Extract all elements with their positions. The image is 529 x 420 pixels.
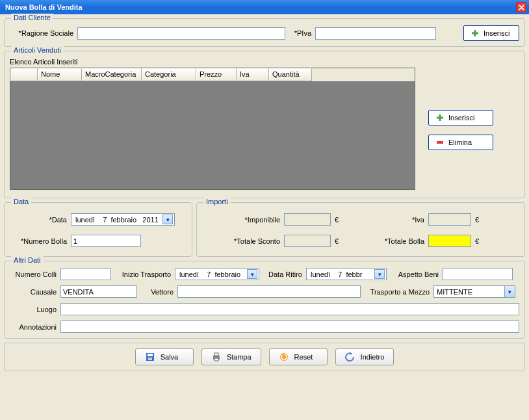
col-prezzo[interactable]: Prezzo — [196, 68, 237, 81]
inserisci-articolo-label: Inserisci — [448, 114, 474, 122]
chevron-down-icon[interactable]: ▾ — [162, 215, 173, 224]
totale-bolla-label: *Totale Bolla — [348, 237, 424, 245]
data-legend: Data — [11, 198, 31, 205]
data-datepicker[interactable]: lunedì 7 febbraio 2011 ▾ — [71, 213, 175, 226]
vettore-input[interactable] — [177, 285, 361, 298]
svg-rect-6 — [214, 358, 218, 361]
chevron-down-icon[interactable]: ▾ — [504, 286, 515, 297]
annotazioni-input[interactable] — [60, 321, 519, 333]
reset-icon — [279, 352, 289, 362]
numero-colli-input[interactable] — [60, 268, 111, 280]
inserisci-articolo-button[interactable]: Inserisci — [428, 110, 493, 125]
imponibile-input — [284, 213, 331, 226]
col-quantita[interactable]: Quantità — [269, 68, 312, 81]
altri-dati-group: Altri Dati Numero Colli Inizio Trasporto… — [4, 261, 525, 339]
bottom-actions: Salva Stampa Reset Indietro — [4, 343, 525, 371]
trasporto-mezzo-value: MITTENTE — [437, 288, 472, 296]
indietro-label: Indietro — [361, 353, 385, 361]
plus-icon — [435, 113, 445, 122]
col-blank[interactable] — [10, 68, 38, 81]
aspetto-beni-input[interactable] — [443, 268, 513, 280]
svg-rect-2 — [148, 354, 153, 356]
close-icon — [519, 5, 524, 10]
totale-sconto-input — [284, 235, 331, 247]
articoli-legend: Articoli Venduti — [11, 46, 64, 54]
chevron-down-icon[interactable]: ▾ — [247, 269, 257, 279]
currency-label: € — [475, 216, 479, 224]
dati-cliente-legend: Dati Cliente — [11, 14, 53, 21]
currency-label: € — [335, 237, 344, 245]
numero-bolla-label: *Numero Bolla — [10, 237, 67, 245]
trasporto-mezzo-combo[interactable]: MITTENTE ▾ — [433, 285, 515, 298]
importi-legend: Importi — [203, 198, 231, 205]
annotazioni-label: Annotazioni — [10, 323, 57, 331]
currency-label: € — [335, 216, 344, 224]
close-button[interactable] — [516, 2, 526, 12]
data-label: *Data — [10, 216, 67, 224]
luogo-input[interactable] — [60, 303, 519, 315]
inizio-trasporto-datepicker[interactable]: lunedì 7 febbraio ▾ — [175, 268, 259, 280]
trasporto-mezzo-label: Trasporto a Mezzo — [365, 288, 430, 296]
elimina-articolo-label: Elimina — [448, 138, 472, 146]
numero-colli-label: Numero Colli — [10, 270, 57, 278]
reset-button[interactable]: Reset — [269, 348, 328, 365]
data-ritiro-datepicker[interactable]: lunedì 7 febbr ▾ — [306, 268, 387, 280]
chevron-down-icon[interactable]: ▾ — [374, 269, 385, 279]
datagrid-header: Nome MacroCategoria Categoria Prezzo Iva… — [10, 68, 415, 81]
vettore-label: Vettore — [141, 288, 174, 296]
aspetto-beni-label: Aspetto Beni — [391, 270, 439, 278]
inserisci-cliente-button[interactable]: Inserisci — [463, 25, 519, 41]
minus-icon — [435, 138, 445, 147]
col-macrocategoria[interactable]: MacroCategoria — [82, 68, 142, 81]
dati-cliente-group: Dati Cliente *Ragione Sociale *PIva Inse… — [4, 18, 525, 47]
salva-button[interactable]: Salva — [135, 348, 194, 365]
totale-sconto-label: *Totale Sconto — [202, 237, 280, 245]
ragione-sociale-input[interactable] — [77, 27, 285, 40]
svg-rect-5 — [214, 353, 218, 356]
causale-input[interactable] — [60, 285, 137, 298]
titlebar: Nuova Bolla di Vendita — [0, 0, 529, 14]
inserisci-cliente-label: Inserisci — [484, 29, 510, 37]
print-icon — [211, 352, 222, 362]
elenco-label: Elenco Articoli Inseriti — [10, 58, 415, 66]
back-icon — [345, 352, 355, 362]
col-iva[interactable]: Iva — [237, 68, 269, 81]
stampa-label: Stampa — [227, 353, 252, 361]
articoli-group: Articoli Venduti Elenco Articoli Inserit… — [4, 51, 525, 198]
altri-dati-legend: Altri Dati — [11, 256, 44, 264]
ragione-sociale-label: *Ragione Sociale — [10, 29, 73, 37]
svg-rect-3 — [148, 358, 152, 360]
window-title: Nuova Bolla di Vendita — [5, 3, 83, 11]
data-ritiro-label: Data Ritiro — [263, 270, 302, 278]
causale-label: Causale — [10, 288, 57, 296]
imponibile-label: *Imponibile — [202, 216, 280, 224]
piva-input[interactable] — [315, 27, 436, 40]
totale-bolla-input — [428, 235, 471, 247]
save-icon — [145, 352, 155, 362]
inizio-trasporto-value: lunedì 7 febbraio — [179, 270, 240, 278]
importi-group: Importi *Imponibile € *Iva € *Totale Sco… — [196, 202, 525, 257]
data-value: lunedì 7 febbraio 2011 — [75, 216, 159, 224]
data-ritiro-value: lunedì 7 febbr — [311, 270, 363, 278]
reset-label: Reset — [294, 353, 313, 361]
articoli-datagrid[interactable]: Nome MacroCategoria Categoria Prezzo Iva… — [10, 68, 415, 190]
stampa-button[interactable]: Stampa — [201, 348, 261, 365]
svg-rect-0 — [437, 141, 443, 144]
piva-label: *PIva — [289, 29, 311, 37]
luogo-label: Luogo — [10, 306, 57, 313]
salva-label: Salva — [161, 353, 179, 361]
iva-label: *Iva — [348, 216, 424, 224]
iva-input — [428, 213, 471, 226]
elimina-articolo-button[interactable]: Elimina — [428, 135, 493, 150]
numero-bolla-input[interactable] — [71, 235, 141, 247]
indietro-button[interactable]: Indietro — [335, 348, 394, 365]
col-nome[interactable]: Nome — [38, 68, 82, 81]
col-categoria[interactable]: Categoria — [142, 68, 196, 81]
data-group: Data *Data lunedì 7 febbraio 2011 ▾ *Num… — [4, 202, 192, 257]
inizio-trasporto-label: Inizio Trasporto — [115, 270, 171, 278]
currency-label: € — [475, 237, 479, 245]
plus-icon — [471, 29, 480, 38]
